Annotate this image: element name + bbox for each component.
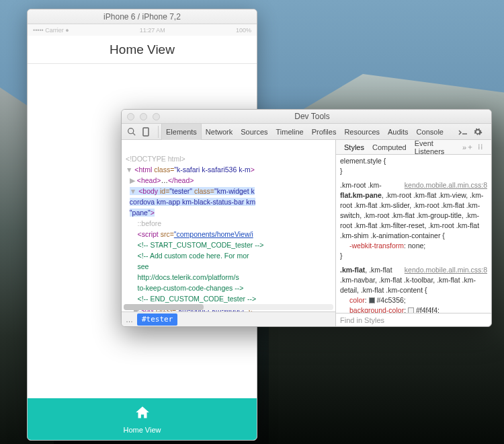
svg-rect-2 bbox=[143, 128, 149, 136]
traffic-light-minimize[interactable] bbox=[140, 113, 147, 120]
new-style-rule-icon[interactable]: ＋ bbox=[466, 142, 474, 152]
drawer-toggle-icon[interactable] bbox=[458, 126, 468, 137]
toolbar-separator bbox=[158, 126, 159, 138]
tab-sources[interactable]: Sources bbox=[237, 124, 271, 140]
styles-rules-list[interactable]: element.style { } kendo.mobile.all.min.c… bbox=[336, 155, 491, 313]
find-in-styles-input[interactable]: Find in Styles bbox=[336, 313, 491, 326]
traffic-light-close[interactable] bbox=[127, 113, 134, 120]
svg-point-0 bbox=[128, 128, 133, 134]
status-carrier: ••••• Carrier ● bbox=[33, 27, 69, 34]
scrollbar-thumb[interactable] bbox=[124, 304, 204, 310]
rule-element-style: element.style { } bbox=[340, 156, 487, 176]
status-time: 11:27 AM bbox=[140, 27, 165, 34]
stylesheet-link[interactable]: kendo.mobile.all.min.css:8 bbox=[405, 180, 487, 190]
stylesheet-link[interactable]: kendo.mobile.all.min.css:8 bbox=[405, 265, 487, 275]
styles-panel: Styles Computed Event Listeners » ＋ ⁞⁞ e… bbox=[336, 140, 491, 326]
home-icon bbox=[134, 404, 151, 424]
app-navbar-title: Home View bbox=[28, 36, 257, 64]
dom-horizontal-scrollbar[interactable] bbox=[124, 304, 333, 310]
tab-profiles[interactable]: Profiles bbox=[308, 124, 341, 140]
dom-tree-panel[interactable]: <!DOCTYPE html> ▼ <html class="k-safari … bbox=[122, 140, 336, 326]
tab-resources[interactable]: Resources bbox=[340, 124, 384, 140]
tab-network[interactable]: Network bbox=[202, 124, 237, 140]
rule-km-root: kendo.mobile.all.min.css:8 .km-root .km-… bbox=[340, 180, 487, 261]
traffic-light-zoom[interactable] bbox=[153, 113, 160, 120]
breadcrumb-selected[interactable]: #tester bbox=[137, 313, 177, 326]
breadcrumb-bar: … #tester bbox=[122, 311, 335, 326]
simulator-titlebar[interactable]: iPhone 6 / iPhone 7,2 bbox=[28, 9, 257, 24]
status-battery: 100% bbox=[236, 27, 251, 34]
tab-timeline[interactable]: Timeline bbox=[272, 124, 308, 140]
tab-console[interactable]: Console bbox=[413, 124, 448, 140]
tabstrip-home[interactable]: Home View bbox=[28, 398, 257, 440]
color-swatch-icon[interactable] bbox=[369, 297, 375, 303]
styles-tab-styles[interactable]: Styles bbox=[340, 143, 368, 151]
tab-audits[interactable]: Audits bbox=[384, 124, 413, 140]
devtools-titlebar[interactable]: Dev Tools bbox=[122, 110, 491, 124]
tabstrip-home-label: Home View bbox=[123, 426, 161, 434]
devtools-window: Dev Tools Elements Network Sources Timel… bbox=[121, 109, 492, 327]
toggle-element-state-icon[interactable]: ⁞⁞ bbox=[478, 143, 483, 151]
color-swatch-icon[interactable] bbox=[408, 307, 414, 313]
inspect-icon[interactable] bbox=[126, 126, 136, 137]
breadcrumb-overflow[interactable]: … bbox=[126, 314, 133, 325]
styles-tab-event-listeners[interactable]: Event Listeners bbox=[411, 140, 462, 155]
rule-km-flat-colors: kendo.mobile.all.min.css:8 .km-flat, .km… bbox=[340, 265, 487, 313]
tab-elements[interactable]: Elements bbox=[161, 124, 202, 140]
svg-line-1 bbox=[132, 133, 134, 135]
styles-tab-computed[interactable]: Computed bbox=[368, 143, 411, 151]
device-mode-icon[interactable] bbox=[140, 126, 151, 137]
settings-gear-icon[interactable] bbox=[472, 126, 483, 137]
styles-tabs: Styles Computed Event Listeners » ＋ ⁞⁞ bbox=[336, 140, 491, 155]
ios-status-bar: ••••• Carrier ● 11:27 AM 100% bbox=[28, 24, 257, 36]
devtools-toolbar: Elements Network Sources Timeline Profil… bbox=[122, 124, 491, 140]
devtools-title: Dev Tools bbox=[160, 112, 491, 121]
